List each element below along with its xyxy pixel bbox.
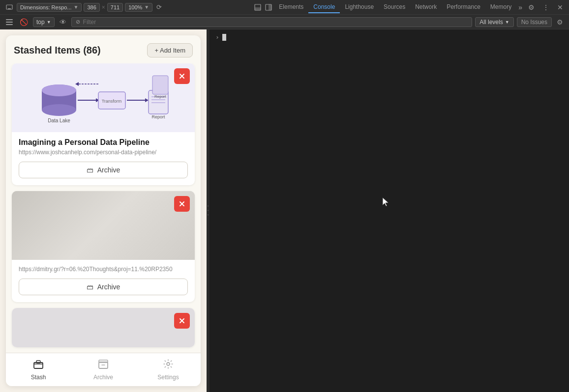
height-input[interactable]: 711 <box>107 3 123 12</box>
bottom-navigation: Stash Archive <box>6 353 201 386</box>
nav-settings[interactable]: Settings <box>136 353 201 386</box>
stash-nav-icon <box>33 359 44 372</box>
tab-elements[interactable]: Elements <box>274 1 308 13</box>
archive-nav-label: Archive <box>93 374 113 381</box>
zoom-arrow-icon: ▼ <box>144 4 149 10</box>
svg-rect-7 <box>6 22 13 23</box>
card-url-2: https://dmitry.gr/?r=06.%20Thoughts&proj… <box>19 266 188 273</box>
svg-text:Report: Report <box>154 94 167 99</box>
dimensions-label: Dimensions: Respo... <box>20 4 72 10</box>
devtools-tabs: Elements Console Lighthouse Sources Netw… <box>252 1 524 13</box>
archive-nav-icon <box>98 359 109 372</box>
archive-icon-1: 🗃 <box>87 166 93 174</box>
archive-label-1: Archive <box>97 166 120 174</box>
log-level-dropdown[interactable]: All levels ▼ <box>475 17 513 27</box>
clear-console-icon[interactable]: 🚫 <box>18 17 30 27</box>
tab-network[interactable]: Network <box>410 1 442 13</box>
archive-card-2-button[interactable]: 🗃 Archive <box>19 279 188 295</box>
svg-rect-37 <box>34 363 43 368</box>
context-selector[interactable]: top ▼ <box>33 17 55 27</box>
tab-performance[interactable]: Performance <box>442 1 485 13</box>
svg-text:Data Lake: Data Lake <box>48 118 70 123</box>
dimension-separator: × <box>102 4 105 11</box>
responsive-mode-button[interactable] <box>4 3 15 12</box>
pipeline-illustration: Data Lake Transform <box>12 63 195 132</box>
settings-nav-icon <box>163 359 174 372</box>
svg-rect-40 <box>99 360 108 363</box>
dock-side-icon[interactable] <box>263 3 274 12</box>
log-level-arrow-icon: ▼ <box>505 20 509 25</box>
archive-icon-2: 🗃 <box>87 283 93 291</box>
stash-card-2: A ARCTURES OF DESIGN https://dmitry.gr/?… <box>12 191 195 302</box>
width-value: 386 <box>87 4 96 10</box>
card-title-1: Imagining a Personal Data Pipeline <box>19 138 188 147</box>
app-inner: Stashed Items (86) + Add Item <box>6 35 201 386</box>
svg-point-41 <box>167 363 170 365</box>
devtools-top-toolbar: Dimensions: Respo... ▼ 386 × 711 100% ▼ … <box>0 0 569 15</box>
svg-rect-8 <box>6 24 13 25</box>
nav-stash[interactable]: Stash <box>6 353 71 386</box>
stash-nav-label: Stash <box>31 374 46 381</box>
width-input[interactable]: 386 <box>84 3 99 12</box>
dimensions-dropdown[interactable]: Dimensions: Respo... ▼ <box>17 3 82 12</box>
svg-point-13 <box>42 84 76 96</box>
delete-card-2-button[interactable] <box>174 196 190 212</box>
svg-rect-5 <box>269 4 271 10</box>
filter-icon: ⊘ <box>76 19 80 25</box>
svg-point-12 <box>42 104 76 116</box>
main-content-area: Stashed Items (86) + Add Item <box>0 29 569 392</box>
tab-console[interactable]: Console <box>308 1 340 13</box>
sidebar-toggle-icon[interactable] <box>4 18 15 26</box>
dropdown-arrow-icon: ▼ <box>74 4 79 10</box>
console-secondary-toolbar: 🚫 top ▼ 👁 ⊘ All levels ▼ No Issues ⚙ <box>0 15 569 29</box>
archive-label-2: Archive <box>97 283 120 291</box>
console-prompt-line: › <box>215 33 563 41</box>
card-image-2: A ARCTURES OF DESIGN <box>12 191 195 260</box>
settings-icon[interactable]: ⚙ <box>526 2 537 12</box>
toolbar-left-section: Dimensions: Respo... ▼ 386 × 711 100% ▼ … <box>4 2 250 12</box>
eye-icon[interactable]: 👁 <box>58 17 68 27</box>
svg-text:Report: Report <box>151 114 165 119</box>
context-arrow-icon: ▼ <box>47 20 51 25</box>
svg-rect-6 <box>6 19 13 20</box>
stash-card-3 <box>12 308 195 347</box>
console-cursor <box>222 34 226 41</box>
delete-card-1-button[interactable] <box>174 68 190 84</box>
typography-overlay <box>12 191 195 260</box>
tab-lighthouse[interactable]: Lighthouse <box>340 1 379 13</box>
card-body-2: https://dmitry.gr/?r=06.%20Thoughts&proj… <box>12 260 195 302</box>
close-devtools-icon[interactable]: ✕ <box>555 2 565 12</box>
tab-sources[interactable]: Sources <box>379 1 410 13</box>
card-url-1: https://www.joshcanhelp.com/personal-dat… <box>19 149 188 156</box>
console-settings-icon[interactable]: ⚙ <box>555 17 565 27</box>
toolbar-right-section: ⚙ ⋮ ✕ <box>526 2 565 12</box>
zoom-dropdown[interactable]: 100% ▼ <box>125 3 152 12</box>
devtools-more-icon[interactable]: ⋮ <box>540 2 551 12</box>
settings-nav-label: Settings <box>157 374 179 381</box>
more-tabs-icon[interactable]: » <box>516 2 524 12</box>
mouse-cursor-indicator <box>382 196 390 209</box>
height-value: 711 <box>111 4 120 10</box>
delete-card-3-button[interactable] <box>174 313 190 329</box>
issues-badge: No Issues <box>517 17 552 27</box>
tab-memory[interactable]: Memory <box>485 1 516 13</box>
dock-icon[interactable] <box>252 3 263 12</box>
console-right-controls: All levels ▼ No Issues ⚙ <box>475 17 565 27</box>
nav-archive[interactable]: Archive <box>71 353 136 386</box>
filter-bar[interactable]: ⊘ <box>71 17 473 27</box>
filter-input[interactable] <box>83 19 468 26</box>
svg-rect-3 <box>255 7 261 10</box>
add-item-button[interactable]: + Add Item <box>147 43 193 57</box>
stash-card-1: Data Lake Transform <box>12 63 195 185</box>
log-level-label: All levels <box>479 19 503 26</box>
rotate-icon[interactable]: ⟳ <box>154 2 164 12</box>
console-output: › <box>210 29 569 392</box>
card-image-1: Data Lake Transform <box>12 63 195 132</box>
card-body-1: Imagining a Personal Data Pipeline https… <box>12 132 195 185</box>
archive-card-1-button[interactable]: 🗃 Archive <box>19 162 188 178</box>
cards-scroll-area[interactable]: Data Lake Transform <box>6 63 201 353</box>
page-title: Stashed Items (86) <box>14 45 101 56</box>
svg-text:Transform: Transform <box>102 99 122 104</box>
svg-rect-1 <box>8 8 11 9</box>
console-chevron-icon: › <box>215 33 219 41</box>
